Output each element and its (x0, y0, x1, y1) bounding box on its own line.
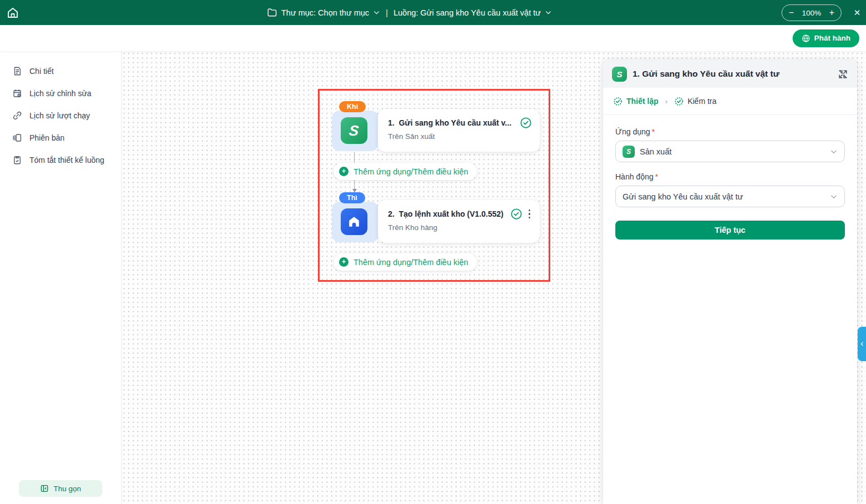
sidebar-item-edit-history[interactable]: Lịch sử chỉnh sửa (0, 82, 121, 104)
production-app-icon: S (341, 117, 367, 144)
versions-icon (12, 133, 22, 143)
warehouse-app-icon (341, 208, 367, 235)
zoom-control: − 100% + (782, 4, 842, 21)
plus-icon: + (339, 167, 349, 176)
chevron-down-icon (830, 193, 838, 201)
node-index: 2. (388, 209, 395, 218)
flow-summary-icon (12, 155, 22, 165)
home-icon (6, 6, 19, 19)
node-index: 1. (388, 118, 395, 127)
panel-title: 1. Gửi sang kho Yêu cầu xuất vật tư (633, 69, 832, 79)
app-glyph: S (616, 69, 622, 79)
field-label-action: Hành động (615, 172, 654, 181)
check-circle-icon (520, 117, 532, 129)
expand-icon (838, 69, 848, 79)
node-subtitle: Trên Kho hàng (388, 223, 532, 232)
sidebar-item-versions[interactable]: Phiên bản (0, 127, 121, 149)
add-step-button-1[interactable]: + Thêm ứng dụng/Thêm điều kiện (334, 163, 477, 180)
node-title: Gửi sang kho Yêu cầu xuất v... (399, 118, 511, 127)
tab-label: Thiết lập (626, 97, 659, 106)
sidebar-item-label: Tóm tắt thiết kế luồng (29, 156, 104, 164)
workflow-node-1[interactable]: 1. Gửi sang kho Yêu cầu xuất v... Trên S… (378, 109, 540, 152)
home-button[interactable] (0, 0, 25, 25)
run-history-icon (12, 111, 22, 121)
trigger-badge: Khi (339, 101, 366, 112)
panel-header: S 1. Gửi sang kho Yêu cầu xuất vật tư (603, 60, 857, 88)
collapse-icon (40, 484, 49, 493)
tab-separator: › (665, 97, 668, 106)
sidebar-item-details[interactable]: Chi tiết (0, 60, 121, 82)
sidebar-item-label: Chi tiết (29, 67, 54, 76)
collapse-label: Thu gọn (53, 485, 81, 493)
folder-selector[interactable]: Thư mục: Chọn thư mục (267, 7, 380, 18)
zoom-out-button[interactable]: − (789, 8, 794, 17)
breadcrumb: Thư mục: Chọn thư mục | Luồng: Gửi sang … (267, 0, 552, 25)
header-band: Phát hành (0, 25, 866, 51)
panel-expander-tab[interactable] (858, 327, 866, 361)
add-step-label: Thêm ứng dụng/Thêm điều kiện (354, 167, 468, 176)
node-subtitle: Trên Sản xuất (388, 132, 532, 141)
production-app-icon: S (623, 146, 635, 158)
action-badge: Thì (339, 192, 365, 203)
check-circle-icon (674, 97, 684, 106)
add-step-button-2[interactable]: + Thêm ứng dụng/Thêm điều kiện (334, 253, 477, 271)
publish-button[interactable]: Phát hành (793, 29, 859, 47)
panel-tabs: Thiết lập › Kiểm tra (603, 88, 857, 115)
check-circle-icon (613, 97, 623, 106)
zoom-in-button[interactable]: + (829, 8, 834, 17)
step-config-panel: S 1. Gửi sang kho Yêu cầu xuất vật tư Th… (603, 60, 857, 504)
chevron-down-icon (830, 148, 838, 156)
globe-icon (802, 34, 810, 43)
check-circle-icon (510, 208, 522, 220)
action-select[interactable]: Gửi sang kho Yêu cầu xuất vật tư (615, 186, 845, 207)
required-asterisk: * (655, 172, 658, 181)
chevron-left-icon (859, 341, 865, 347)
folder-icon (267, 7, 277, 18)
required-asterisk: * (652, 127, 655, 136)
connector-line (354, 152, 355, 163)
workflow-node-2[interactable]: 2. Tạo lệnh xuất kho (V1.0.552) Trên Kho… (378, 200, 540, 243)
chevron-down-icon (545, 9, 552, 16)
field-label-app: Ứng dụng (615, 127, 650, 136)
folder-label: Thư mục: Chọn thư mục (281, 8, 369, 17)
flow-designer-app: Thư mục: Chọn thư mục | Luồng: Gửi sang … (0, 0, 866, 504)
sidebar-item-flow-summary[interactable]: Tóm tắt thiết kế luồng (0, 149, 121, 171)
expand-panel-button[interactable] (838, 69, 848, 79)
sidebar-item-label: Lịch sử lượt chạy (29, 111, 90, 120)
calendar-history-icon (12, 88, 22, 98)
node-title: Tạo lệnh xuất kho (V1.0.552) (399, 209, 503, 218)
chevron-down-icon (373, 9, 380, 16)
breadcrumb-separator: | (386, 8, 388, 17)
warehouse-glyph (346, 214, 362, 229)
sidebar-item-label: Phiên bản (29, 133, 64, 142)
action-select-value: Gửi sang kho Yêu cầu xuất vật tư (623, 192, 825, 201)
continue-button[interactable]: Tiếp tục (615, 221, 845, 239)
left-sidebar: Chi tiết Lịch sử chỉnh sửa Lịch sử lượt … (0, 51, 122, 504)
tab-test[interactable]: Kiểm tra (674, 97, 716, 106)
sidebar-item-run-history[interactable]: Lịch sử lượt chạy (0, 104, 121, 127)
app-select-value: Sản xuất (640, 147, 825, 156)
tab-label: Kiểm tra (688, 97, 716, 106)
sidebar-item-label: Lịch sử chỉnh sửa (29, 89, 91, 98)
connector-line (354, 180, 355, 189)
plus-icon: + (339, 257, 349, 267)
app-select[interactable]: S Sản xuất (615, 141, 845, 162)
close-button[interactable]: ✕ (848, 0, 866, 25)
zoom-level: 100% (802, 9, 822, 17)
add-step-label: Thêm ứng dụng/Thêm điều kiện (354, 258, 468, 267)
tab-setup[interactable]: Thiết lập (613, 97, 659, 106)
document-icon (12, 66, 22, 76)
publish-label: Phát hành (814, 34, 850, 42)
flow-selector[interactable]: Luồng: Gửi sang kho Yêu cầu xuất vật tư (394, 8, 552, 17)
node-menu-button[interactable] (527, 208, 532, 220)
collapse-sidebar-button[interactable]: Thu gọn (19, 480, 102, 497)
app-glyph: S (349, 122, 360, 139)
app-glyph: S (626, 148, 631, 156)
panel-body: Ứng dụng* S Sản xuất Hành động* Gửi sang… (603, 115, 857, 239)
top-bar: Thư mục: Chọn thư mục | Luồng: Gửi sang … (0, 0, 866, 25)
flow-label: Luồng: Gửi sang kho Yêu cầu xuất vật tư (394, 8, 541, 17)
production-app-icon: S (612, 67, 627, 82)
